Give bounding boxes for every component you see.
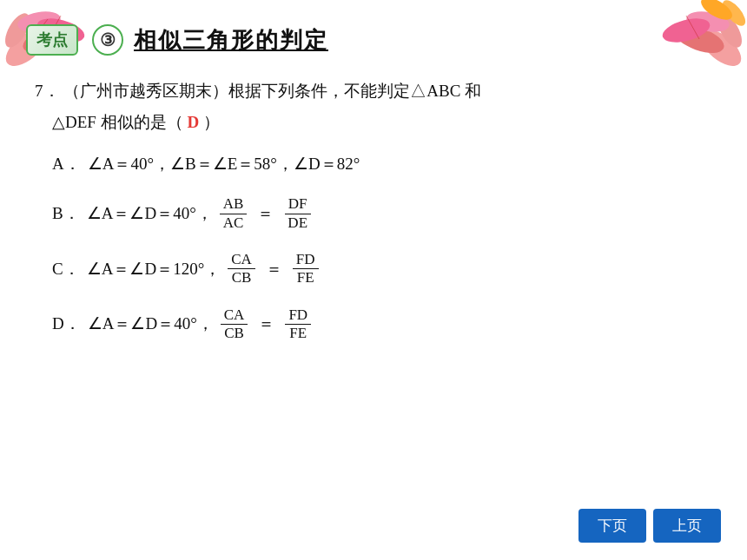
svg-point-10: [684, 9, 730, 35]
top-right-decoration: [608, 0, 747, 82]
svg-point-11: [660, 14, 712, 47]
option-a-label: A．: [52, 152, 81, 177]
option-c-text: ∠A＝∠D＝120°，: [87, 257, 221, 282]
option-c-content: ∠A＝∠D＝120°， CA CB ＝ FD FE: [87, 251, 321, 287]
fraction-ca-cb: CA CB: [228, 251, 255, 287]
svg-line-14: [686, 16, 699, 39]
option-a: A． ∠A＝40°，∠B＝∠E＝58°，∠D＝82°: [52, 152, 712, 177]
header: 考点 ③ 相似三角形的判定: [26, 24, 328, 56]
main-content: 7． （广州市越秀区期末）根据下列条件，不能判定△ABC 和 △DEF 相似的是…: [35, 78, 712, 362]
fraction-df-de: DF DE: [284, 195, 311, 232]
frac-numerator: FD: [293, 251, 319, 269]
frac-numerator: FD: [285, 306, 311, 325]
frac-numerator: CA: [228, 251, 255, 269]
option-a-content: ∠A＝40°，∠B＝∠E＝58°，∠D＝82°: [88, 152, 360, 177]
svg-point-7: [695, 23, 747, 72]
prev-page-button[interactable]: 上页: [653, 509, 721, 543]
frac-numerator: CA: [221, 306, 248, 325]
svg-point-8: [671, 20, 727, 59]
fraction-fd-fe: FD FE: [293, 251, 319, 287]
frac-denominator: FE: [286, 325, 310, 342]
option-d-content: ∠A＝∠D＝40°， CA CB ＝ FD FE: [88, 306, 313, 343]
options-list: A． ∠A＝40°，∠B＝∠E＝58°，∠D＝82° B． ∠A＝∠D＝40°，…: [35, 152, 712, 343]
svg-point-9: [712, 10, 746, 51]
fraction-ca-cb-d: CA CB: [221, 306, 248, 343]
svg-point-13: [697, 0, 736, 24]
svg-point-12: [718, 0, 747, 30]
frac-denominator: CB: [221, 325, 248, 342]
next-page-button[interactable]: 下页: [578, 509, 646, 543]
question-text-3: ）: [203, 113, 220, 131]
option-c: C． ∠A＝∠D＝120°， CA CB ＝ FD FE: [52, 251, 712, 287]
question-line-2: △DEF 相似的是（ D ）: [35, 109, 712, 135]
circle-number: ③: [92, 24, 123, 56]
option-b-text: ∠A＝∠D＝40°，: [87, 201, 213, 227]
page-title: 相似三角形的判定: [134, 25, 328, 56]
frac-numerator: DF: [285, 195, 311, 214]
frac-denominator: DE: [284, 214, 311, 232]
frac-denominator: AC: [220, 214, 248, 232]
option-b: B． ∠A＝∠D＝40°， AB AC ＝ DF DE: [52, 195, 712, 232]
kaodian-badge: 考点: [26, 24, 78, 56]
option-b-label: B．: [52, 201, 80, 227]
option-c-label: C．: [52, 257, 80, 282]
answer-letter: D: [187, 113, 199, 131]
frac-denominator: CB: [228, 269, 255, 287]
option-d: D． ∠A＝∠D＝40°， CA CB ＝ FD FE: [52, 306, 712, 343]
question-line-1: 7． （广州市越秀区期末）根据下列条件，不能判定△ABC 和: [35, 78, 712, 104]
option-d-label: D．: [52, 312, 81, 337]
option-d-text: ∠A＝∠D＝40°，: [88, 312, 214, 337]
question-number: 7．: [35, 82, 60, 100]
equals-sign: ＝: [257, 201, 274, 227]
question-text-1: （广州市越秀区期末）根据下列条件，不能判定△ABC 和: [63, 82, 481, 100]
equals-sign: ＝: [258, 312, 274, 337]
kaodian-text: 考点: [36, 30, 68, 50]
equals-sign: ＝: [266, 257, 282, 282]
option-b-content: ∠A＝∠D＝40°， AB AC ＝ DF DE: [87, 195, 313, 232]
fraction-ab-ac: AB AC: [220, 195, 248, 232]
frac-denominator: FE: [294, 269, 318, 287]
nav-buttons: 下页 上页: [578, 509, 721, 543]
question-text-2: △DEF 相似的是（: [52, 113, 183, 131]
fraction-fd-fe-d: FD FE: [285, 306, 311, 343]
frac-numerator: AB: [220, 195, 248, 214]
